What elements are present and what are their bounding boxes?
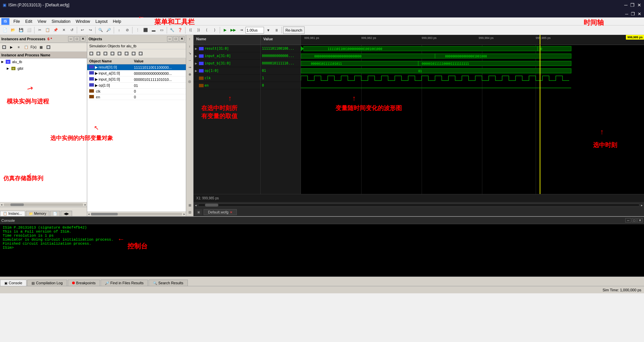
close-button[interactable]: ✕ bbox=[637, 2, 641, 8]
inner-close-button[interactable]: ✕ bbox=[638, 11, 641, 16]
run2-button[interactable]: ▶▶ bbox=[229, 27, 237, 34]
rtb-6[interactable]: ⊕ bbox=[186, 71, 193, 78]
tab-nav[interactable]: ◀▶ bbox=[61, 211, 72, 216]
menu-view[interactable]: View bbox=[35, 18, 49, 25]
zoom3[interactable]: ⟨ bbox=[203, 27, 210, 34]
rtb-2[interactable]: ↓ bbox=[186, 43, 193, 49]
wave-tab-default[interactable]: Default.wofg ✕ bbox=[204, 209, 237, 215]
row-expand-op[interactable]: ▶ bbox=[195, 69, 199, 72]
tab-instances[interactable]: 📋 Instanc... bbox=[0, 211, 25, 216]
obj-row-en[interactable]: en 0 bbox=[87, 94, 186, 100]
console-float-icon[interactable]: ↔ bbox=[625, 218, 631, 223]
cancel-button[interactable]: ⊘ bbox=[123, 27, 131, 34]
wave-scroll-left[interactable]: ◂ bbox=[195, 203, 197, 207]
row-expand-input_b[interactable]: ▶ bbox=[195, 62, 199, 65]
minimize-button[interactable]: ─ bbox=[624, 2, 628, 8]
obj-tb-8[interactable]: 🔲 bbox=[137, 50, 144, 57]
tree-arrow-alu_tb[interactable]: ▶ bbox=[1, 60, 5, 63]
time-input[interactable] bbox=[246, 27, 264, 34]
obj-row-clk[interactable]: clk 0 bbox=[87, 89, 186, 94]
console-header-icons[interactable]: ↔ □ ✕ bbox=[625, 218, 643, 223]
obj-row-input_b[interactable]: ▶ input_b[31:0] 00000101111101010... bbox=[87, 77, 186, 83]
console-body[interactable]: ISim P.20131013 (signature 0x8ef4fb42) T… bbox=[0, 224, 644, 277]
obj-row-input_a[interactable]: ▶ input_a[31:0] 00000000000000000... bbox=[87, 70, 186, 77]
wrench-button[interactable]: 🔧 bbox=[168, 27, 176, 34]
rtb-bottom2[interactable]: ⊟ bbox=[186, 209, 193, 215]
wave-tb-icon[interactable]: ▣ bbox=[195, 209, 202, 215]
obj-tb-5[interactable]: 🔲 bbox=[116, 50, 123, 57]
tab-find-in-files[interactable]: 🔎 Find in Files Results bbox=[101, 280, 148, 286]
rtb-3[interactable]: ↘ bbox=[186, 50, 193, 56]
console-min-icon[interactable]: □ bbox=[632, 218, 637, 223]
row-expand-en[interactable] bbox=[195, 84, 199, 87]
restore-button[interactable]: ❐ bbox=[630, 2, 635, 8]
obj-float-icon[interactable]: ↔ bbox=[167, 36, 172, 42]
tab-breakpoints[interactable]: Breakpoints bbox=[68, 280, 100, 286]
objects-scrollbar[interactable]: ◂ ▸ bbox=[87, 211, 186, 216]
search-button[interactable]: 🔍 bbox=[97, 27, 104, 34]
rtb-1[interactable]: ↑ bbox=[186, 36, 193, 42]
tab-compilation-log[interactable]: ▤ Compilation Log bbox=[27, 280, 67, 286]
time-unit[interactable]: ▼ bbox=[265, 27, 272, 34]
scroll-right-arrow[interactable]: ▸ bbox=[85, 203, 86, 206]
copy-button[interactable]: 📋 bbox=[44, 27, 51, 34]
wave-name-result[interactable]: ▶ result[31:0] bbox=[194, 45, 260, 52]
run-button[interactable]: ▶ bbox=[221, 27, 229, 34]
search2-button[interactable]: 🔎 bbox=[105, 27, 112, 34]
inner-restore-button[interactable]: ❐ bbox=[631, 11, 635, 16]
inst-tb-3[interactable]: ≡ bbox=[15, 44, 22, 51]
snap-button[interactable]: ⋮ bbox=[134, 27, 141, 34]
row-expand-input_a[interactable]: ▶ bbox=[195, 54, 199, 58]
console-close-icon[interactable]: ✕ bbox=[637, 218, 643, 223]
obj-tb-4[interactable]: 🔲 bbox=[109, 50, 116, 57]
inner-min-button[interactable]: ─ bbox=[625, 11, 628, 16]
inst-tb-6[interactable]: ▦ bbox=[38, 44, 44, 51]
inst-tb-5[interactable]: F(x) bbox=[30, 44, 37, 51]
menu-file[interactable]: File bbox=[11, 18, 22, 25]
panel-float-icon[interactable]: ↔ bbox=[68, 36, 73, 42]
obj-scroll-right[interactable]: ▸ bbox=[183, 212, 185, 216]
cut-button[interactable]: ✂ bbox=[36, 27, 43, 34]
obj-tb-1[interactable]: 🔲 bbox=[88, 50, 95, 57]
inst-tb-4[interactable]: 📋 bbox=[23, 44, 30, 51]
obj-tb-2[interactable]: 🔲 bbox=[95, 50, 102, 57]
insert3-button[interactable]: ▭ bbox=[158, 27, 165, 34]
tab-memory[interactable]: 📁 Memory bbox=[26, 211, 49, 216]
scroll-left-arrow[interactable]: ◂ bbox=[1, 203, 2, 206]
panel-min-icon[interactable]: □ bbox=[74, 36, 79, 42]
menu-simulation[interactable]: Simulation bbox=[49, 18, 73, 25]
panel-header-icons[interactable]: ↔ □ ✕ bbox=[68, 36, 86, 42]
inst-tb-1[interactable]: 🔲 bbox=[1, 44, 7, 51]
menu-help[interactable]: Help bbox=[110, 18, 124, 25]
rtb-7[interactable]: ◎ bbox=[186, 78, 193, 85]
wave-hscroll[interactable]: ◂ ▸ bbox=[194, 202, 644, 208]
obj-close-icon[interactable]: ✕ bbox=[179, 36, 184, 42]
scroll-thumb[interactable] bbox=[10, 203, 24, 206]
pause-button[interactable]: ⏸ bbox=[273, 27, 280, 34]
tree-item-glbl[interactable]: ▶ M glbl bbox=[0, 65, 87, 72]
tab-extra1[interactable]: 📄 bbox=[50, 211, 60, 216]
relaunch-button[interactable]: Re-launch bbox=[283, 27, 305, 34]
wave-name-input_b[interactable]: ▶ input_b[31:0] bbox=[194, 60, 260, 67]
step-button[interactable]: ⇥ bbox=[237, 27, 245, 34]
redo-button[interactable]: ↪ bbox=[87, 27, 94, 34]
delete-button[interactable]: ✕ bbox=[60, 27, 67, 34]
obj-tb-3[interactable]: 🔲 bbox=[102, 50, 109, 57]
inst-tb-2[interactable]: ▶ bbox=[8, 44, 15, 51]
insert-button[interactable]: ⬛ bbox=[142, 27, 149, 34]
save-button[interactable]: 💾 bbox=[17, 27, 25, 34]
wave-name-clk[interactable]: clk bbox=[194, 75, 260, 82]
wave-scroll-right[interactable]: ▸ bbox=[641, 203, 643, 207]
inst-tb-7[interactable]: 🔲 bbox=[45, 44, 52, 51]
window-controls[interactable]: ─ ❐ ✕ bbox=[624, 2, 641, 8]
obj-scroll-thumb[interactable] bbox=[91, 213, 118, 215]
row-expand-result[interactable]: ▶ bbox=[195, 47, 199, 50]
obj-tb-7[interactable]: 🔲 bbox=[130, 50, 137, 57]
undo-button[interactable]: ↩ bbox=[78, 27, 86, 34]
open-button[interactable]: 📂 bbox=[9, 27, 17, 34]
tree-arrow-glbl[interactable]: ▶ bbox=[7, 67, 11, 70]
menu-window[interactable]: Window bbox=[73, 18, 93, 25]
new-button[interactable]: 📄 bbox=[1, 27, 9, 34]
tree-item-alu_tb[interactable]: ▶ M alu_tb bbox=[0, 58, 87, 65]
menu-edit[interactable]: Edit bbox=[22, 18, 35, 25]
